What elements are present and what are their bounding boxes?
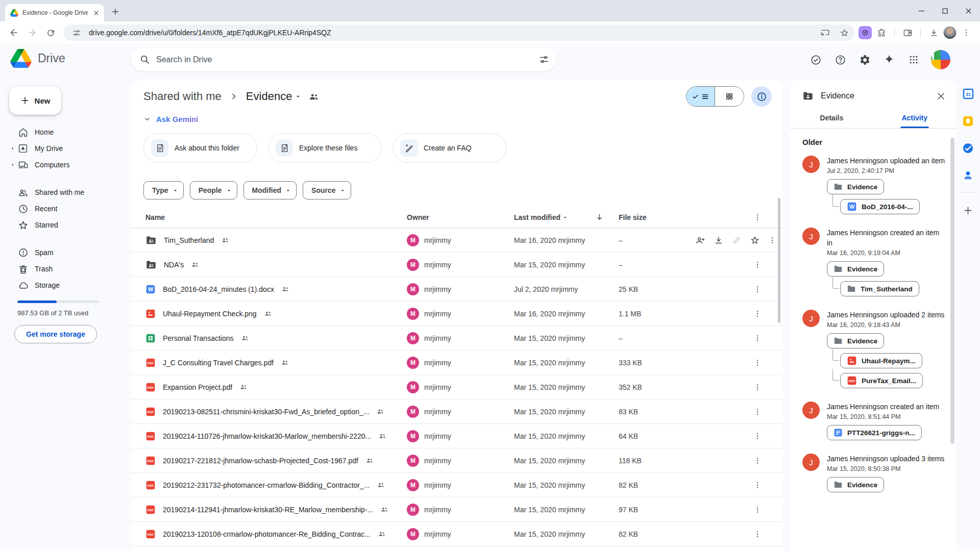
ask-gemini-toggle[interactable]: Ask Gemini [131,109,783,129]
panel-scrollbar[interactable] [950,138,954,444]
list-view-button[interactable] [687,87,715,106]
suggestion-ask-about-this-folder[interactable]: Ask about this folder [143,133,257,163]
gemini-sparkle-icon[interactable] [882,53,896,67]
google-apps-icon[interactable] [906,53,921,67]
file-row[interactable]: Uhaul-Repayment Check.png M mrjimmy Mar … [131,302,783,326]
sidebar-item-home[interactable]: Home [8,124,131,140]
settings-gear-icon[interactable] [857,53,872,67]
browser-tab[interactable]: Evidence - Google Drive [5,4,104,21]
calendar-icon[interactable]: 31 [962,87,975,101]
column-name[interactable]: Name [131,213,407,221]
activity-file-chip[interactable]: PDF PureTax_Email... [840,373,923,388]
tasks-icon[interactable] [962,141,975,155]
activity-file-chip[interactable]: PTT26621-griggs-n... [827,425,922,440]
sidebar-item-storage[interactable]: Storage [8,277,131,293]
file-row[interactable]: Personal Transactions M mrjimmy Mar 15, … [131,326,783,350]
maximize-button[interactable] [933,0,957,21]
back-button[interactable] [5,24,22,41]
more-options-button[interactable] [753,530,762,538]
activity-folder-chip[interactable]: Evidence [827,261,884,277]
tab-activity[interactable]: Activity [873,109,957,128]
more-options-button[interactable] [753,408,762,416]
close-window-button[interactable] [957,0,980,21]
forward-button[interactable] [23,24,41,41]
share-add-person-button[interactable] [695,235,705,245]
file-row[interactable]: PDF 20190217-221812-jhmarlow-schasb-Proj… [131,448,783,473]
offline-status-icon[interactable] [808,53,823,67]
more-options-button[interactable] [753,359,762,367]
add-apps-button[interactable] [962,204,975,217]
activity-file-chip[interactable]: Uhaul-Repaym... [840,353,922,368]
contacts-icon[interactable] [962,168,975,182]
reload-button[interactable] [42,24,59,41]
address-bar[interactable]: drive.google.com/drive/u/0/folders/14mXf… [63,24,854,41]
user-avatar[interactable] [931,50,950,69]
expander-caret-icon[interactable] [8,163,17,167]
file-row[interactable]: PDF Expansion Project.pdf M mrjimmy Mar … [131,375,783,399]
sidebar-item-spam[interactable]: Spam [8,244,131,261]
file-row[interactable]: M [131,546,783,551]
sort-direction-icon[interactable] [595,213,604,221]
more-options-button[interactable] [753,261,762,269]
sidebar-item-recent[interactable]: Recent [8,201,131,217]
extensions-puzzle-icon[interactable] [873,24,890,41]
grid-view-button[interactable] [715,87,744,106]
header-more-options-button[interactable] [753,213,762,221]
view-details-button[interactable] [751,86,772,107]
more-options-button[interactable] [753,457,762,465]
filter-type[interactable]: Type [143,181,184,199]
get-more-storage-button[interactable]: Get more storage [14,325,97,343]
tab-close-icon[interactable] [92,9,100,17]
file-row[interactable]: Tim_Sutherland M mrjimmy Mar 16, 2020 mr… [131,228,783,253]
file-row[interactable]: PDF 20190213-120108-crmarlow-photomancer… [131,522,783,546]
activity-folder-chip[interactable]: Tim_Sutherland [840,281,919,296]
column-last-modified[interactable]: Last modified [514,213,619,221]
more-options-button[interactable] [753,481,762,489]
suggestion-create-an-faq[interactable]: Create an FAQ [393,133,506,163]
file-row[interactable]: W BoD_2016-04-24_minutes (1).docx M mrji… [131,277,783,302]
search-bar[interactable]: Search in Drive [131,47,556,71]
sidebar-item-computers[interactable]: Computers [8,157,131,173]
more-options-button[interactable] [753,285,762,293]
breadcrumb-parent[interactable]: Shared with me [143,90,222,103]
activity-file-chip[interactable]: W BoD_2016-04-... [840,199,920,214]
close-panel-icon[interactable] [936,91,946,101]
activity-folder-chip[interactable]: Evidence [827,179,884,194]
tab-details[interactable]: Details [790,109,873,128]
more-options-button[interactable] [768,236,776,244]
sidebar-item-starred[interactable]: Starred [8,217,131,233]
star-button[interactable] [750,235,760,245]
search-input[interactable]: Search in Drive [156,55,532,64]
activity-folder-chip[interactable]: Evidence [827,477,884,492]
more-options-button[interactable] [753,310,762,318]
column-file-size[interactable]: File size [619,213,695,221]
keep-icon[interactable] [962,114,975,128]
search-options-icon[interactable] [538,54,549,65]
file-row[interactable]: PDF 20190214-110726-jhmarlow-kriskat30-M… [131,424,783,448]
install-app-icon[interactable] [818,26,832,40]
bookmark-star-icon[interactable] [837,26,851,40]
filter-source[interactable]: Source [303,181,351,199]
filter-people[interactable]: People [190,181,237,199]
column-owner[interactable]: Owner [407,213,514,221]
file-row[interactable]: PDF 20190212-231732-photomancer-crmarlow… [131,473,783,497]
rename-button[interactable] [732,235,742,245]
side-panel-icon[interactable] [899,24,916,41]
file-row[interactable]: PDF 20190214-112941-jhmarlow-kriskat30-R… [131,497,783,522]
more-options-button[interactable] [753,432,762,440]
browser-menu-icon[interactable] [958,24,975,41]
new-tab-button[interactable] [108,5,122,19]
file-row[interactable]: PDF 20190213-082511-chrismini-kriskat30-… [131,399,783,424]
sidebar-item-shared-with-me[interactable]: Shared with me [8,184,131,201]
sidebar-item-my-drive[interactable]: My Drive [8,140,131,157]
file-row[interactable]: NDA's M mrjimmy Mar 15, 2020 mrjimmy – [131,253,783,277]
search-icon[interactable] [139,54,150,65]
download-button[interactable] [714,235,724,245]
more-options-button[interactable] [753,334,762,342]
filter-modified[interactable]: Modified [243,181,297,199]
new-button[interactable]: New [9,86,61,115]
suggestion-explore-these-files[interactable]: Explore these files [268,133,382,163]
file-list-scrollbar[interactable] [778,198,780,323]
browser-profile-avatar[interactable] [943,26,957,39]
downloads-icon[interactable] [925,24,942,41]
